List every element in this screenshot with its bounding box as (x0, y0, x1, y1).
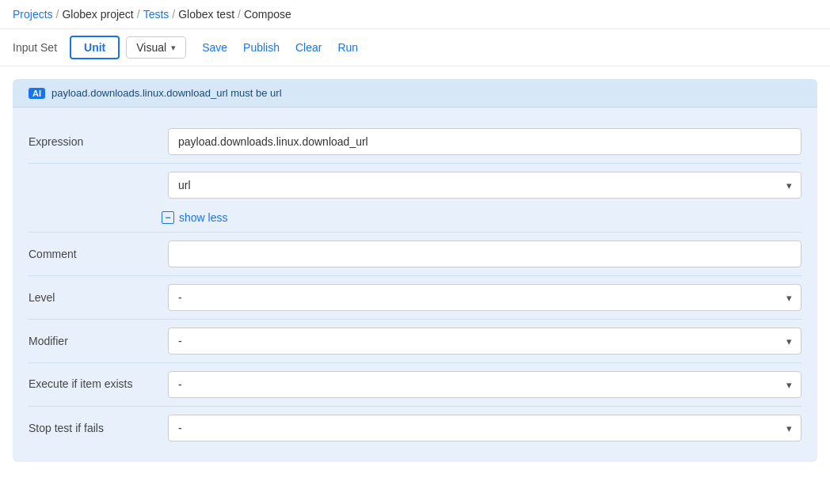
modifier-label: Modifier (29, 335, 155, 347)
execute-if-select-wrapper: - yes no ▾ (168, 371, 801, 398)
stop-test-row: Stop test if fails - yes no ▾ (29, 406, 801, 449)
expression-row: Expression (29, 120, 801, 163)
run-button[interactable]: Run (334, 37, 361, 58)
level-select[interactable]: - error warning info (168, 284, 801, 311)
url-type-select[interactable]: url email ip hostname (168, 172, 801, 199)
ai-badge: AI (29, 88, 45, 99)
clear-button[interactable]: Clear (292, 37, 325, 58)
show-less-button[interactable]: − show less (162, 211, 227, 224)
comment-label: Comment (29, 248, 155, 260)
toolbar: Input Set Unit Visual ▾ Save Publish Cle… (0, 29, 830, 66)
sep-2: / (137, 8, 140, 21)
save-button[interactable]: Save (199, 37, 230, 58)
comment-input[interactable] (168, 241, 801, 267)
breadcrumb: Projects / Globex project / Tests / Glob… (0, 0, 830, 29)
main-content: AI payload.downloads.linux.download_url … (0, 66, 830, 475)
execute-if-select[interactable]: - yes no (168, 371, 801, 398)
level-label: Level (29, 291, 155, 304)
input-set-label: Input Set (13, 41, 57, 54)
show-less-label: show less (179, 211, 227, 224)
expression-input[interactable] (168, 128, 801, 155)
sep-1: / (56, 8, 59, 21)
sep-4: / (238, 8, 241, 21)
stop-test-select-wrapper: - yes no ▾ (168, 415, 801, 441)
publish-button[interactable]: Publish (240, 37, 283, 58)
sep-3: / (172, 8, 175, 21)
breadcrumb-compose: Compose (244, 8, 291, 21)
level-select-wrapper: - error warning info ▾ (168, 284, 801, 311)
execute-if-row: Execute if item exists - yes no ▾ (29, 362, 801, 406)
url-type-row: url email ip hostname ▾ (29, 163, 801, 207)
minus-icon: − (162, 211, 174, 224)
stop-test-select[interactable]: - yes no (168, 415, 801, 441)
visual-dropdown[interactable]: Visual ▾ (126, 36, 186, 59)
url-type-select-wrapper: url email ip hostname ▾ (168, 172, 801, 199)
chevron-down-icon: ▾ (171, 43, 176, 53)
expression-label: Expression (29, 135, 155, 148)
breadcrumb-globex-project: Globex project (62, 8, 133, 21)
ai-hint-message: payload.downloads.linux.download_url mus… (51, 87, 282, 99)
comment-row: Comment (29, 233, 801, 275)
ai-hint-bar: AI payload.downloads.linux.download_url … (13, 79, 817, 108)
stop-test-label: Stop test if fails (29, 422, 155, 434)
toolbar-actions: Save Publish Clear Run (199, 37, 361, 58)
form-body: Expression url email ip hostname ▾ (13, 108, 817, 462)
show-less-row: − show less (29, 207, 801, 232)
modifier-select-wrapper: - required optional ▾ (168, 328, 801, 354)
visual-dropdown-label: Visual (136, 41, 166, 54)
breadcrumb-tests[interactable]: Tests (143, 8, 169, 21)
assertion-card: AI payload.downloads.linux.download_url … (13, 79, 817, 462)
modifier-row: Modifier - required optional ▾ (29, 319, 801, 362)
breadcrumb-globex-test: Globex test (178, 8, 234, 21)
execute-if-label: Execute if item exists (29, 371, 155, 390)
modifier-select[interactable]: - required optional (168, 328, 801, 354)
tab-unit[interactable]: Unit (70, 36, 120, 59)
breadcrumb-projects[interactable]: Projects (13, 8, 53, 21)
level-row: Level - error warning info ▾ (29, 275, 801, 319)
